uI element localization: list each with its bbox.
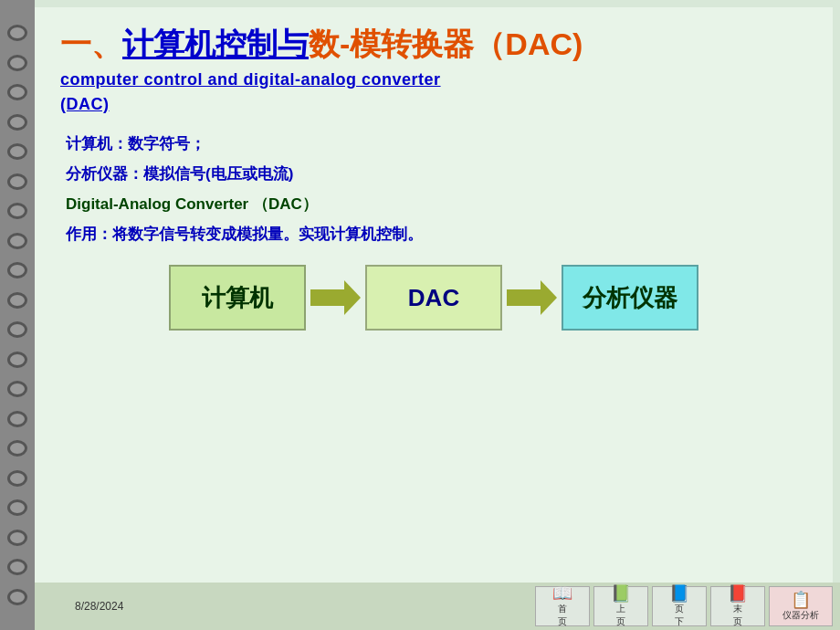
box-analyzer-label: 分析仪器: [583, 282, 677, 314]
bottom-bar: 8/28/2024 📖 首页 📗 上页 📘 页下: [35, 583, 840, 630]
body-line-4: 作用：将数字信号转变成模拟量。实现计算机控制。: [60, 224, 807, 245]
spiral-ring: [7, 530, 27, 546]
box-computer-label: 计算机: [202, 282, 273, 314]
first-page-icon: 📖: [552, 585, 572, 602]
nav-last-page-button[interactable]: 📕 末页: [710, 586, 765, 626]
spiral-ring: [7, 499, 27, 516]
title-en-line1: computer control and digital-analog conv…: [60, 70, 441, 89]
slide-title-en: computer control and digital-analog conv…: [60, 68, 807, 117]
spiral-ring: [7, 233, 27, 249]
spiral-ring: [7, 25, 27, 41]
title-en-line2: (DAC): [60, 95, 110, 113]
title-zh-underlined: 计算机控制与: [122, 26, 309, 61]
arrow-2: [502, 275, 562, 320]
date-label: 8/28/2024: [35, 600, 535, 613]
body-line-3: Digital-Analog Converter （DAC）: [60, 194, 807, 215]
spiral-ring: [7, 381, 27, 397]
box-dac: DAC: [365, 265, 502, 331]
outer-frame: 一、计算机控制与数-模转换器（DAC) computer control and…: [0, 0, 840, 630]
spiral-ring: [7, 440, 27, 457]
title-zh-rest: 数-模转换器（DAC): [309, 26, 583, 61]
spiral-ring: [7, 559, 27, 575]
box-computer: 计算机: [169, 265, 306, 331]
nav-next-page-button[interactable]: 📘 页下: [652, 586, 707, 626]
nav-buttons: 📖 首页 📗 上页 📘 页下 📕 末页: [535, 586, 833, 626]
spiral-ring: [7, 589, 27, 605]
box-analyzer: 分析仪器: [562, 265, 698, 331]
nav-special-button[interactable]: 📋 仪器分析: [769, 586, 833, 626]
main-area: 一、计算机控制与数-模转换器（DAC) computer control and…: [35, 0, 840, 630]
title-zh-part1: 一、: [60, 26, 122, 61]
spiral-ring: [7, 411, 27, 427]
slide-title-zh: 一、计算机控制与数-模转换器（DAC): [60, 24, 807, 64]
arrow-1: [306, 275, 365, 320]
svg-marker-1: [507, 280, 557, 315]
svg-marker-0: [310, 280, 361, 315]
body-line-2: 分析仪器：模拟信号(电压或电流): [60, 163, 807, 184]
spiral-ring: [7, 292, 27, 309]
special-icon: 📋: [791, 592, 811, 608]
slide-content: 一、计算机控制与数-模转换器（DAC) computer control and…: [35, 7, 833, 583]
spiral-ring: [7, 470, 27, 487]
spiral-ring: [7, 114, 27, 131]
spiral-binding: [0, 0, 35, 630]
spiral-ring: [7, 143, 27, 160]
diagram: 计算机 DAC 分析仪器: [60, 265, 807, 331]
nav-prev-page-button[interactable]: 📗 上页: [593, 586, 648, 626]
spiral-ring: [7, 55, 27, 71]
spiral-ring: [7, 352, 27, 368]
spiral-ring: [7, 203, 27, 219]
body-line-1: 计算机：数字符号；: [60, 133, 807, 154]
spiral-ring: [7, 321, 27, 338]
spiral-ring: [7, 173, 27, 190]
spiral-ring: [7, 84, 27, 100]
nav-first-page-button[interactable]: 📖 首页: [535, 586, 590, 626]
spiral-ring: [7, 262, 27, 278]
last-page-icon: 📕: [728, 585, 748, 602]
box-dac-label: DAC: [408, 284, 459, 312]
next-page-icon: 📘: [669, 585, 689, 602]
prev-page-icon: 📗: [611, 585, 631, 602]
